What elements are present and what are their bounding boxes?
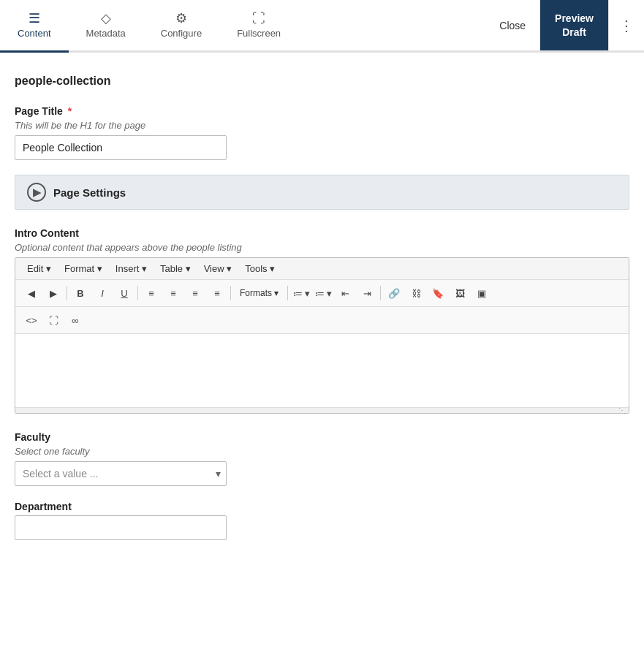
nav-item-metadata[interactable]: ◇ Metadata bbox=[69, 0, 143, 53]
page-title-input[interactable] bbox=[15, 135, 227, 160]
nav-item-fullscreen[interactable]: ⛶ Fullscreen bbox=[219, 0, 298, 53]
page-settings-label: Page Settings bbox=[53, 186, 126, 199]
link-button[interactable]: 🔗 bbox=[384, 283, 404, 303]
bookmark-button[interactable]: 🔖 bbox=[428, 283, 448, 303]
toolbar-divider-4 bbox=[287, 286, 288, 300]
infinite-button[interactable]: ∞ bbox=[65, 310, 86, 330]
fullscreen-editor-button[interactable]: ⛶ bbox=[43, 310, 64, 330]
intro-content-section: Intro Content Optional content that appe… bbox=[15, 227, 629, 414]
main-content: people-collection Page Title * This will… bbox=[0, 53, 644, 577]
underline-button[interactable]: U bbox=[114, 283, 135, 303]
image-button[interactable]: 🖼 bbox=[450, 283, 470, 303]
align-left-button[interactable]: ≡ bbox=[141, 283, 162, 303]
source-code-button[interactable]: <> bbox=[21, 310, 42, 330]
page-title-label: Page Title * bbox=[15, 105, 629, 117]
editor-resize-handle[interactable]: ⋱ bbox=[15, 407, 629, 413]
department-field-group: Department bbox=[15, 501, 629, 540]
faculty-select[interactable]: Select a value ... bbox=[15, 461, 227, 486]
rich-text-editor: Edit ▾ Format ▾ Insert ▾ Table ▾ View ▾ … bbox=[15, 257, 629, 414]
nav-content-label: Content bbox=[18, 28, 51, 39]
unlink-button[interactable]: ⛓ bbox=[406, 283, 426, 303]
nav-item-configure[interactable]: ⚙ Configure bbox=[143, 0, 219, 53]
ordered-list-button[interactable]: ≔ ▾ bbox=[313, 283, 333, 303]
more-options-button[interactable]: ⋮ bbox=[608, 0, 644, 50]
media-button[interactable]: ▣ bbox=[471, 283, 492, 303]
content-icon: ☰ bbox=[29, 12, 40, 25]
toolbar-divider-2 bbox=[137, 286, 138, 300]
formats-dropdown[interactable]: Formats ▾ bbox=[234, 286, 284, 300]
nav-fullscreen-label: Fullscreen bbox=[237, 28, 281, 39]
toolbar-divider-5 bbox=[380, 286, 381, 300]
department-input[interactable] bbox=[15, 515, 227, 540]
edit-menu[interactable]: Edit ▾ bbox=[21, 261, 57, 276]
configure-icon: ⚙ bbox=[175, 12, 187, 25]
table-menu[interactable]: Table ▾ bbox=[154, 261, 197, 276]
page-slug: people-collection bbox=[15, 75, 629, 88]
page-title-hint: This will be the H1 for the page bbox=[15, 120, 629, 131]
faculty-hint: Select one faculty bbox=[15, 446, 629, 457]
tools-menu[interactable]: Tools ▾ bbox=[239, 261, 281, 276]
unordered-list-button[interactable]: ≔ ▾ bbox=[291, 283, 311, 303]
bold-button[interactable]: B bbox=[70, 283, 91, 303]
insert-menu[interactable]: Insert ▾ bbox=[110, 261, 153, 276]
faculty-select-wrapper: Select a value ... ▾ bbox=[15, 461, 227, 486]
editor-toolbar-row1: ◀ ▶ B I U ≡ ≡ ≡ ≡ Formats ▾ ≔ ▾ ≔ ▾ ⇤ ⇥ … bbox=[15, 280, 629, 307]
nav-configure-label: Configure bbox=[161, 28, 202, 39]
editor-menu-bar: Edit ▾ Format ▾ Insert ▾ Table ▾ View ▾ … bbox=[15, 258, 629, 280]
redo-button[interactable]: ▶ bbox=[43, 283, 64, 303]
toolbar-divider-1 bbox=[67, 286, 67, 300]
editor-body[interactable] bbox=[15, 334, 629, 407]
close-button[interactable]: Close bbox=[485, 0, 540, 50]
indent-button[interactable]: ⇥ bbox=[357, 283, 377, 303]
intro-content-hint: Optional content that appears above the … bbox=[15, 242, 629, 253]
fullscreen-icon: ⛶ bbox=[252, 12, 265, 25]
outdent-button[interactable]: ⇤ bbox=[335, 283, 355, 303]
metadata-icon: ◇ bbox=[101, 12, 111, 25]
view-menu[interactable]: View ▾ bbox=[198, 261, 238, 276]
department-label: Department bbox=[15, 501, 629, 512]
editor-toolbar-row2: <> ⛶ ∞ bbox=[15, 307, 629, 334]
intro-content-label: Intro Content bbox=[15, 227, 629, 239]
top-nav: ☰ Content ◇ Metadata ⚙ Configure ⛶ Fulls… bbox=[0, 0, 644, 53]
faculty-label: Faculty bbox=[15, 431, 629, 443]
undo-button[interactable]: ◀ bbox=[21, 283, 42, 303]
faculty-field-group: Faculty Select one faculty Select a valu… bbox=[15, 431, 629, 486]
format-menu[interactable]: Format ▾ bbox=[58, 261, 108, 276]
nav-metadata-label: Metadata bbox=[86, 28, 126, 39]
required-indicator: * bbox=[68, 105, 72, 117]
resize-dots-icon: ⋱ bbox=[618, 406, 626, 414]
italic-button[interactable]: I bbox=[92, 283, 113, 303]
toolbar-divider-3 bbox=[230, 286, 231, 300]
nav-item-content[interactable]: ☰ Content bbox=[0, 0, 69, 53]
page-settings-toggle-icon: ▶ bbox=[27, 183, 46, 202]
preview-draft-button[interactable]: PreviewDraft bbox=[540, 0, 608, 50]
page-title-field-group: Page Title * This will be the H1 for the… bbox=[15, 105, 629, 160]
align-justify-button[interactable]: ≡ bbox=[207, 283, 227, 303]
align-right-button[interactable]: ≡ bbox=[185, 283, 205, 303]
more-icon: ⋮ bbox=[619, 17, 634, 34]
align-center-button[interactable]: ≡ bbox=[163, 283, 183, 303]
page-settings-bar[interactable]: ▶ Page Settings bbox=[15, 175, 629, 210]
